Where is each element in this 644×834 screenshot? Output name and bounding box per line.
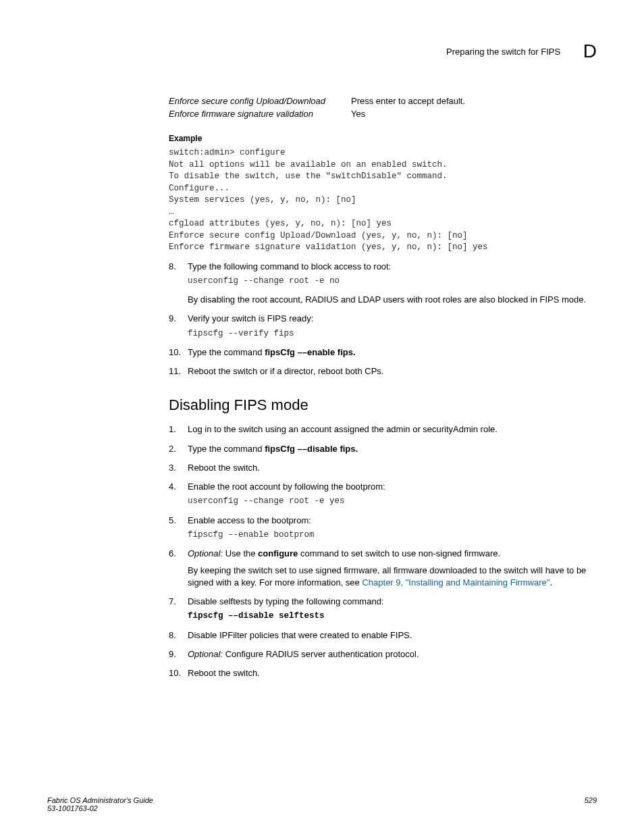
example-heading: Example [169, 134, 597, 143]
step-9: Optional: Configure RADIUS server authen… [169, 648, 597, 660]
step-text: Enable the root account by following the… [188, 481, 385, 492]
header-title: Preparing the switch for FIPS [446, 47, 560, 57]
step-2: Type the command fipsCfg ––disable fips. [169, 443, 597, 455]
step-11: Reboot the switch or if a director, rebo… [169, 365, 597, 377]
page-footer: Fabric OS Administrator's Guide 53-10017… [47, 796, 597, 812]
step-text: Reboot the switch. [188, 463, 260, 473]
step-code: userconfig --change root -e yes [188, 496, 597, 508]
step-10: Type the command fipsCfg ––enable fips. [169, 346, 597, 359]
step-4: Enable the root account by following the… [169, 481, 597, 508]
step-8: Type the following command to block acce… [169, 261, 597, 307]
option-label: Enforce secure config Upload/Download [169, 96, 351, 106]
step-8: Disable IPFilter policies that were crea… [169, 629, 597, 642]
step-command: configure [258, 548, 298, 558]
page-header: Preparing the switch for FIPS D [47, 41, 597, 62]
option-row: Enforce secure config Upload/Download Pr… [169, 96, 597, 106]
step-10: Reboot the switch. [169, 667, 597, 679]
step-text: Verify your switch is FIPS ready: [188, 313, 313, 323]
step-text: Type the command [188, 444, 265, 454]
step-code: userconfig --change root -e no [188, 276, 597, 288]
step-note: By keeping the switch set to use signed … [188, 565, 597, 589]
step-3: Reboot the switch. [169, 462, 597, 474]
step-list-1: Type the following command to block acce… [169, 261, 597, 378]
footer-docnum: 53-1001763-02 [47, 804, 153, 812]
step-text: Configure RADIUS server authentication p… [223, 649, 419, 659]
step-text: Reboot the switch or if a director, rebo… [188, 366, 383, 376]
example-code: switch:admin> configure Not all options … [169, 147, 597, 254]
step-code: fipscfg ––disable selftests [188, 610, 597, 623]
step-list-2: Log in to the switch using an account as… [169, 423, 597, 679]
step-text: Disable selftests by typing the followin… [188, 596, 383, 606]
step-1: Log in to the switch using an account as… [169, 423, 597, 436]
option-value: Press enter to accept default. [351, 96, 465, 106]
step-5: Enable access to the bootprom: fipscfg –… [169, 515, 597, 542]
step-7: Disable selftests by typing the followin… [169, 596, 597, 623]
header-letter: D [583, 41, 597, 62]
page: Preparing the switch for FIPS D Enforce … [0, 0, 644, 834]
step-9: Verify your switch is FIPS ready: fipscf… [169, 313, 597, 340]
step-command: fipsCfg ––disable fips. [265, 444, 358, 454]
step-code: fipscfg –-enable bootprom [188, 529, 597, 542]
step-text: Type the following command to block acce… [188, 261, 391, 271]
step-text: Type the command [188, 347, 265, 357]
section-heading: Disabling FIPS mode [169, 396, 597, 414]
step-code: fipscfg --verify fips [188, 328, 597, 340]
footer-title: Fabric OS Administrator's Guide [47, 796, 153, 804]
note-text: . [549, 577, 552, 588]
step-note: By disabling the root account, RADIUS an… [188, 294, 597, 306]
footer-page: 529 [585, 796, 597, 812]
optional-label: Optional: [188, 548, 223, 558]
step-text: Log in to the switch using an account as… [188, 424, 498, 434]
option-label: Enforce firmware signature validation [169, 109, 351, 119]
option-row: Enforce firmware signature validation Ye… [169, 109, 597, 119]
option-value: Yes [351, 109, 365, 119]
footer-left: Fabric OS Administrator's Guide 53-10017… [47, 796, 153, 812]
step-text: command to set switch to use non-signed … [298, 548, 500, 558]
content-area: Enforce secure config Upload/Download Pr… [169, 96, 597, 679]
step-6: Optional: Use the configure command to s… [169, 548, 597, 589]
step-text: Enable access to the bootprom: [188, 515, 311, 525]
optional-label: Optional: [188, 649, 223, 659]
step-text: Reboot the switch. [188, 668, 260, 678]
step-text: Disable IPFilter policies that were crea… [188, 630, 412, 640]
chapter-link[interactable]: Chapter 9, "Installing and Maintaining F… [362, 577, 549, 588]
step-command: fipsCfg ––enable fips. [265, 347, 355, 357]
step-text: Use the [223, 548, 258, 558]
